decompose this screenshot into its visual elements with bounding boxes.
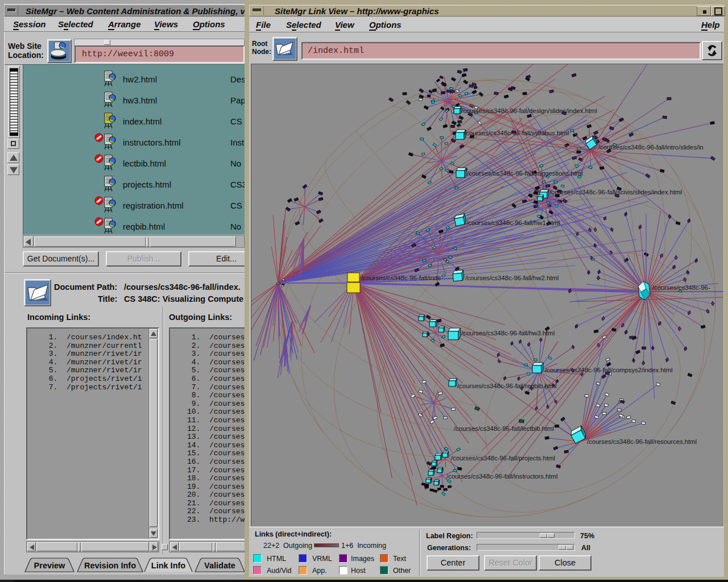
svg-text:/courses/cs348c-96-fall/instru: /courses/cs348c-96-fall/instructors.html [446,473,557,480]
svg-text:/courses/cs348c-96-fall/hw2.ht: /courses/cs348c-96-fall/hw2.html [465,275,559,281]
svg-text:/courses/cs348c-96-fall/syllab: /courses/cs348c-96-fall/syllabus.html [464,130,569,136]
svg-text:/courses/cs348c-96-fall/resour: /courses/cs348c-96-fall/resources.html [587,438,697,445]
svg-text:/courses/cs348c-96-fall/hw1.ht: /courses/cs348c-96-fall/hw1.html [466,219,560,226]
svg-text:Preview: Preview [34,561,66,570]
svg-text:Validate: Validate [204,561,235,570]
svg-text:/courses/cs348c-96-fall/scivis: /courses/cs348c-96-fall/scivis/slides/in… [549,189,682,196]
svg-text:/courses/cs348c-96-fall/projec: /courses/cs348c-96-fall/projects.html [451,455,555,462]
svg-text:/courses/cs348c-96-fall/lectbi: /courses/cs348c-96-fall/lectbib.html [454,425,554,432]
svg-text:Revision Info: Revision Info [84,561,136,570]
svg-text:/courses/cs348c-96-fall/sugges: /courses/cs348c-96-fall/suggestions.html [467,170,583,177]
svg-text:/courses/cs348c-96-fall/inde··: /courses/cs348c-96-fall/inde······ [361,275,454,281]
svg-text:/courses/cs348c-96-: /courses/cs348c-96- [652,284,710,291]
svg-text:Link Info: Link Info [151,561,186,570]
svg-text:/courses/cs348c-96-fall/design: /courses/cs348c-96-fall/design/slides/in… [461,107,597,114]
svg-text:/courses/cs348c-96-fall/reqbib: /courses/cs348c-96-fall/reqbib.html [457,383,557,389]
svg-text:/courses/cs348c-96-fall/hw3.ht: /courses/cs348c-96-fall/hw3.html [461,330,555,336]
svg-text:/courses/cs348c-96-fall/intro/: /courses/cs348c-96-fall/intro/slides/in [598,144,704,151]
svg-text:/courses/cs348c-96-fall/compsy: /courses/cs348c-96-fall/compsys2/index.h… [545,367,673,373]
